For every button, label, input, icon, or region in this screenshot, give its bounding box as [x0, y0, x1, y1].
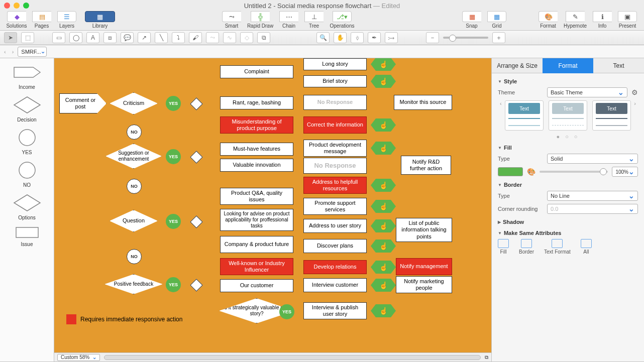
textbox-tool[interactable]: ⧈: [103, 32, 117, 43]
node-pdmsg[interactable]: Product development message: [303, 140, 367, 157]
chain-button[interactable]: ⋯Chain: [276, 11, 301, 29]
msa-fill[interactable]: Fill: [498, 239, 509, 255]
pointer-tool[interactable]: ➤: [4, 32, 17, 43]
theme-select[interactable]: Basic Theme: [547, 87, 627, 97]
h-scrollbar[interactable]: [104, 355, 481, 360]
node-misunderstanding[interactable]: Misunderstanding of product purpose: [220, 116, 293, 134]
format-button[interactable]: 🎨Format: [535, 11, 561, 29]
node-briefstory[interactable]: Brief story: [303, 75, 367, 87]
section-head-fill[interactable]: Fill: [498, 145, 638, 151]
dropper-tool[interactable]: ⎀: [351, 32, 364, 43]
node-intpub[interactable]: Interview & publish user story: [303, 302, 367, 319]
node-listpub[interactable]: List of public information talking point…: [396, 218, 452, 242]
tab-text[interactable]: Text: [593, 58, 644, 73]
brush-tool[interactable]: 🖌: [189, 32, 202, 43]
node-ourcust[interactable]: Our customer: [220, 279, 293, 292]
zoom-out-icon[interactable]: －: [426, 32, 439, 43]
node-wellknown[interactable]: Well-known or Industry Influencer: [220, 258, 293, 275]
msa-border[interactable]: Border: [519, 239, 534, 255]
node-addruser[interactable]: Address to user story: [303, 219, 367, 233]
operations-button[interactable]: ⎇▾Operations: [327, 11, 358, 29]
solutions-button[interactable]: ◆Solutions: [4, 11, 29, 29]
fill-type-select[interactable]: Solid: [547, 154, 638, 164]
node-longstory[interactable]: Long story: [303, 58, 367, 70]
rapiddraw-button[interactable]: ╬Rapid Draw: [244, 11, 276, 29]
pen-tool[interactable]: ✒: [368, 32, 381, 43]
node-notifymkt[interactable]: Notify marketing people: [396, 276, 452, 293]
tab-arrange[interactable]: Arrange & Size: [492, 58, 543, 73]
opacity-slider[interactable]: [540, 171, 608, 173]
node-start[interactable]: Comment or post: [59, 93, 106, 113]
node-develop[interactable]: Develop relations: [303, 260, 367, 274]
style-swatch[interactable]: Text: [505, 100, 544, 131]
info-button[interactable]: ℹInfo: [590, 11, 615, 29]
hand-tool[interactable]: ✋: [334, 32, 347, 43]
ellipse-tool[interactable]: ◯: [69, 32, 82, 43]
grid-button[interactable]: ▦Grid: [484, 11, 509, 29]
node-monitor[interactable]: Monitor this source: [394, 95, 452, 110]
chevron-right-icon[interactable]: ›: [634, 100, 636, 106]
pager-dots[interactable]: ● ○ ○: [498, 134, 638, 140]
node-valinno[interactable]: Valuable innovation: [220, 159, 293, 172]
tab-format[interactable]: Format: [543, 58, 593, 73]
node-criticism[interactable]: Criticism: [110, 92, 158, 114]
gear-icon[interactable]: ⚙: [631, 88, 638, 96]
zoom-select[interactable]: Custom 58% ⌄: [57, 354, 100, 361]
node-interviewc[interactable]: Interview customer: [303, 278, 367, 292]
corner-field[interactable]: 0.0: [547, 204, 638, 214]
zoom-slider[interactable]: [443, 37, 488, 39]
node-discover[interactable]: Discover plans: [303, 239, 367, 253]
node-notifymgmt[interactable]: Notify management: [396, 258, 452, 275]
line-tool[interactable]: ╲: [155, 32, 168, 43]
node-lookadv[interactable]: Looking for advise on product applicabil…: [220, 209, 293, 231]
style-swatch[interactable]: Text: [549, 100, 587, 131]
search-icon[interactable]: 🔍: [316, 32, 330, 43]
rect-tool[interactable]: ▭: [52, 32, 65, 43]
arrow-tool[interactable]: ↗: [138, 32, 151, 43]
border-type-select[interactable]: No Line: [547, 191, 638, 201]
node-musthave[interactable]: Must-have features: [220, 143, 293, 156]
node-posfb[interactable]: Positive feedback: [104, 274, 163, 294]
stencil-yes[interactable]: [12, 128, 42, 148]
highlight-tool[interactable]: ⧴: [385, 32, 398, 43]
library-select[interactable]: SMRF...⌄: [18, 47, 47, 57]
node-notifyrd[interactable]: Notify R&D further action: [401, 156, 451, 175]
marquee-tool[interactable]: ⬚: [21, 32, 34, 43]
snap-button[interactable]: ▦Snap: [459, 11, 484, 29]
tree-button[interactable]: ⊥Tree: [301, 11, 327, 29]
canvas[interactable]: Comment or post Criticism YES NO Complai…: [54, 58, 491, 352]
node-rant[interactable]: Rant, rage, bashing: [220, 96, 293, 109]
node-promote[interactable]: Promote support services: [303, 198, 367, 215]
msa-all[interactable]: All: [581, 239, 592, 255]
crop-tool[interactable]: ⧉: [257, 32, 270, 43]
curve-tool[interactable]: ⤵: [172, 32, 185, 43]
nav-fwd-icon[interactable]: ›: [10, 49, 16, 55]
callout-tool[interactable]: 💬: [121, 32, 134, 43]
node-addresshelp[interactable]: Address to helpfull resources: [303, 177, 367, 194]
section-head-msa[interactable]: Make Same Attributes: [498, 230, 638, 236]
node-suggestion[interactable]: Suggestion or enhancement: [105, 144, 162, 169]
pages-button[interactable]: ▤Pages: [29, 11, 54, 29]
style-swatch[interactable]: Text: [592, 100, 631, 131]
colorwheel-icon[interactable]: 🎨: [527, 168, 535, 176]
fill-color-chip[interactable]: [498, 167, 523, 176]
node-pqa[interactable]: Product Q&A, quality issues: [220, 188, 293, 205]
hypernote-button[interactable]: ✎Hypernote: [561, 11, 590, 29]
section-head-shadow[interactable]: Shadow: [498, 219, 638, 225]
smart-button[interactable]: ⤳Smart: [219, 11, 244, 29]
layers-button[interactable]: ☰Layers: [54, 11, 79, 29]
node-correct[interactable]: Correct the information: [303, 116, 367, 134]
node-noresponse[interactable]: No Response: [303, 95, 367, 110]
section-head-style[interactable]: Style: [498, 78, 638, 84]
stencil-decision[interactable]: [12, 95, 42, 115]
ruler-icon[interactable]: ⧉: [485, 354, 488, 360]
node-company[interactable]: Company & product future: [220, 236, 293, 253]
stencil-income[interactable]: [12, 62, 42, 82]
library-button[interactable]: ▦Library: [82, 11, 118, 29]
poly-tool[interactable]: ◇: [240, 32, 253, 43]
section-head-border[interactable]: Border: [498, 182, 638, 188]
node-question[interactable]: Question: [110, 210, 158, 232]
node-noresponse2[interactable]: No Response: [303, 158, 367, 174]
stencil-options[interactable]: [12, 193, 42, 213]
nav-back-icon[interactable]: ‹: [2, 49, 8, 55]
